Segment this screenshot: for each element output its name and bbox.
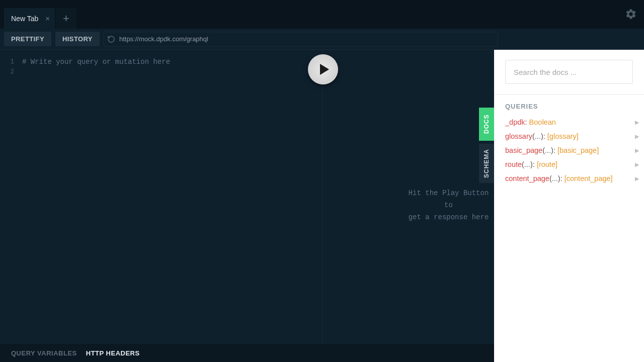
query-type: [glossary] xyxy=(547,132,579,140)
query-args: (...) xyxy=(542,146,553,154)
query-name: glossary xyxy=(505,132,532,140)
close-tab-icon[interactable]: × xyxy=(45,14,50,23)
query-name: basic_page xyxy=(505,146,542,154)
top-tab-bar: New Tab × + xyxy=(0,0,644,29)
docs-search-wrap xyxy=(494,50,644,95)
side-tabs: DOCS SCHEMA xyxy=(479,108,494,186)
chevron-right-icon: ▶ xyxy=(635,119,639,126)
toolbar: PRETTIFY HISTORY xyxy=(0,29,644,50)
schema-tab[interactable]: SCHEMA xyxy=(479,144,494,183)
docs-panel: QUERIES _dpdk: Boolean ▶ glossary(...): … xyxy=(494,50,644,362)
queries-list: _dpdk: Boolean ▶ glossary(...): [glossar… xyxy=(494,115,644,186)
chevron-right-icon: ▶ xyxy=(635,175,639,182)
plus-icon: + xyxy=(63,12,69,25)
execute-query-button[interactable] xyxy=(308,54,338,84)
bottom-bar: QUERY VARIABLES HTTP HEADERS xyxy=(0,344,494,362)
query-type: [route] xyxy=(537,160,557,168)
query-name: _dpdk xyxy=(505,118,525,126)
response-hint-line: get a response here xyxy=(403,211,494,223)
query-variables-tab[interactable]: QUERY VARIABLES xyxy=(11,349,77,357)
query-item[interactable]: route(...): [route] ▶ xyxy=(505,157,639,171)
history-button[interactable]: HISTORY xyxy=(55,32,100,46)
tab-title: New Tab xyxy=(11,15,38,23)
settings-button[interactable] xyxy=(625,8,637,22)
query-editor-pane[interactable]: 1 2 # Write your query or mutation here xyxy=(0,50,322,362)
query-item[interactable]: content_page(...): [content_page] ▶ xyxy=(505,171,639,186)
response-placeholder: Hit the Play Button to get a response he… xyxy=(323,187,494,223)
query-name: content_page xyxy=(505,174,549,183)
docs-tab[interactable]: DOCS xyxy=(479,108,494,141)
editor-tab[interactable]: New Tab × xyxy=(4,8,55,29)
docs-search-input[interactable] xyxy=(505,60,633,84)
queries-header: QUERIES xyxy=(494,95,644,115)
query-args: (...) xyxy=(549,174,560,183)
query-type: [basic_page] xyxy=(557,146,599,154)
chevron-right-icon: ▶ xyxy=(635,133,639,140)
endpoint-url-input[interactable] xyxy=(119,35,498,43)
editor-content[interactable]: # Write your query or mutation here xyxy=(22,57,322,67)
query-args: (...) xyxy=(522,160,533,168)
line-gutter: 1 2 xyxy=(0,50,17,362)
new-tab-button[interactable]: + xyxy=(56,8,76,29)
main-area: 1 2 # Write your query or mutation here … xyxy=(0,50,644,362)
http-headers-tab[interactable]: HTTP HEADERS xyxy=(86,349,140,357)
query-type: Boolean xyxy=(529,118,556,126)
query-item[interactable]: glossary(...): [glossary] ▶ xyxy=(505,129,639,143)
query-item[interactable]: basic_page(...): [basic_page] ▶ xyxy=(505,143,639,157)
response-pane: Hit the Play Button to get a response he… xyxy=(322,50,494,362)
query-type: [content_page] xyxy=(565,174,613,183)
line-number: 2 xyxy=(0,67,14,77)
query-name: route xyxy=(505,160,522,168)
line-number: 1 xyxy=(0,57,14,67)
chevron-right-icon: ▶ xyxy=(635,147,639,154)
reload-icon[interactable] xyxy=(107,35,115,43)
query-item[interactable]: _dpdk: Boolean ▶ xyxy=(505,115,639,129)
gear-icon xyxy=(625,13,637,22)
chevron-right-icon: ▶ xyxy=(635,161,639,168)
query-args: (...) xyxy=(532,132,543,140)
response-hint-line: Hit the Play Button to xyxy=(403,187,494,211)
prettify-button[interactable]: PRETTIFY xyxy=(4,32,51,46)
endpoint-url-wrap xyxy=(104,32,498,47)
